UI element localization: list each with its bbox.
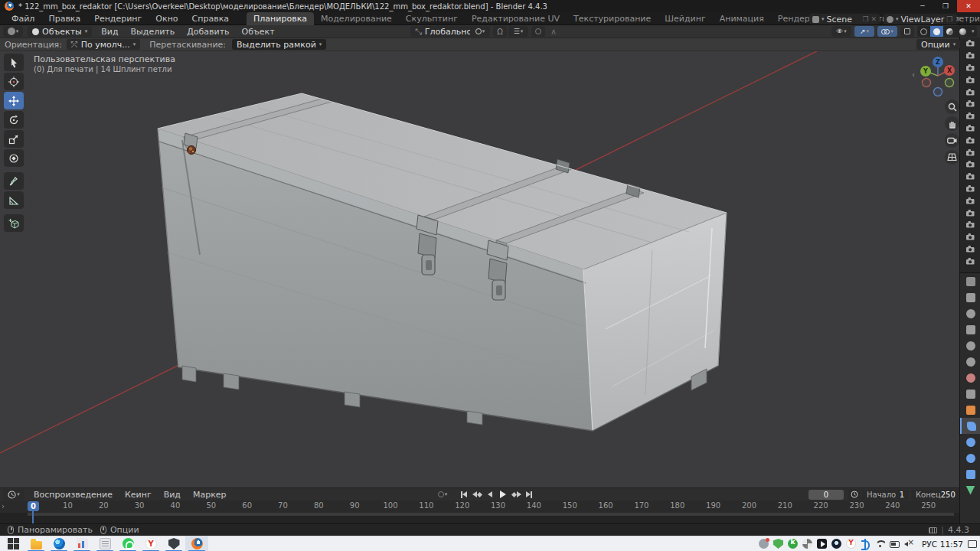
properties-tab-particles[interactable]: [960, 434, 980, 450]
properties-tab-physics[interactable]: [960, 450, 980, 466]
outliner-camera-camera[interactable]: [960, 98, 980, 110]
3d-viewport-canvas[interactable]: [0, 25, 959, 487]
tray-icon-steam[interactable]: [831, 539, 841, 549]
move-tool[interactable]: [4, 92, 24, 109]
tray-icon-wifi[interactable]: [875, 539, 885, 549]
next-keyframe-button[interactable]: [510, 490, 522, 500]
jump-to-end-button[interactable]: [523, 490, 535, 500]
taskbar-icon-blender[interactable]: [185, 536, 208, 551]
viewlayer-selector[interactable]: ▾ ViewLayer ❐ ✕: [884, 14, 957, 24]
language-indicator[interactable]: РУС: [922, 540, 937, 549]
pivot-point-button[interactable]: ▾: [470, 26, 490, 37]
measure-tool[interactable]: [4, 191, 24, 209]
viewport-menu-Объект[interactable]: Объект: [236, 27, 281, 37]
tweak-select-tool[interactable]: [4, 54, 24, 71]
play-button[interactable]: [497, 490, 509, 500]
taskbar-icon-r7-office[interactable]: [70, 536, 93, 551]
outliner-camera-camera[interactable]: [960, 194, 980, 207]
add-cube-tool[interactable]: [4, 214, 24, 232]
menu-Правка[interactable]: Правка: [41, 14, 87, 24]
taskbar-icon-start[interactable]: [2, 536, 24, 551]
scene-selector[interactable]: ▾ Scene ❐ ✕: [809, 14, 880, 24]
gizmos-toggle[interactable]: ↗▾: [854, 26, 874, 37]
transform-tool[interactable]: [4, 149, 24, 167]
auto-keying-toggle[interactable]: ▾: [433, 489, 452, 500]
jump-to-start-button[interactable]: [458, 490, 470, 500]
outliner-camera-camera[interactable]: [960, 243, 980, 256]
workspace-tab-Текстурирование[interactable]: Текстурирование: [567, 12, 658, 25]
blender-app-icon[interactable]: [5, 2, 14, 11]
current-frame-field[interactable]: 0: [808, 490, 844, 500]
workspace-tab-Моделирование[interactable]: Моделирование: [314, 12, 399, 25]
notification-center-icon[interactable]: [968, 540, 977, 548]
timeline-ruler[interactable]: 1020304050607080901001101201301401501601…: [0, 500, 959, 513]
new-scene-icon[interactable]: ❐: [862, 15, 868, 23]
timeline-track[interactable]: [0, 513, 959, 523]
workspace-tab-Планировка[interactable]: Планировка: [247, 12, 314, 25]
properties-tab-editor-type[interactable]: [960, 273, 980, 289]
minimize-button[interactable]: ─: [911, 0, 934, 12]
close-icon[interactable]: ✕: [871, 15, 877, 23]
outliner-camera-camera[interactable]: [960, 255, 980, 267]
timeline-expand-arrow[interactable]: ›: [2, 502, 5, 510]
editor-type-button[interactable]: ▾: [3, 26, 23, 37]
menu-Файл[interactable]: Файл: [5, 14, 41, 24]
properties-tab-constraints[interactable]: [960, 466, 980, 482]
overlays-toggle[interactable]: ▾: [877, 26, 897, 37]
tray-icon-discord[interactable]: [759, 539, 769, 549]
orientation-dropdown[interactable]: ⤱ По умолч...▾: [67, 39, 140, 50]
properties-tab-object[interactable]: [960, 402, 980, 418]
properties-tab-view-layer[interactable]: [960, 337, 980, 354]
taskbar-icon-defender[interactable]: [162, 536, 185, 551]
close-icon[interactable]: ✕: [955, 15, 961, 23]
camera-view-icon[interactable]: [945, 133, 959, 148]
taskbar-icon-notes[interactable]: [93, 536, 116, 551]
properties-tab-data[interactable]: [960, 482, 980, 498]
axis-y-negative-handle[interactable]: [946, 79, 954, 87]
outliner-camera-camera[interactable]: [960, 183, 980, 195]
timeline-menu-Воспроизведение[interactable]: Воспроизведение: [28, 490, 119, 500]
workspace-tab-Редактирование UV[interactable]: Редактирование UV: [465, 12, 567, 25]
chevron-down-icon[interactable]: ▾: [969, 28, 977, 34]
perspective-toggle-icon[interactable]: [945, 150, 959, 165]
annotate-tool[interactable]: [4, 172, 24, 190]
taskbar-icon-yandex-browser[interactable]: [139, 536, 162, 551]
use-preview-range-button[interactable]: [848, 489, 861, 500]
snap-magnet-icon[interactable]: Ω: [493, 26, 507, 37]
timeline-menu-Маркер[interactable]: Маркер: [187, 490, 233, 500]
tray-icon-yandex[interactable]: [846, 539, 856, 549]
tray-icon-battery[interactable]: [890, 540, 900, 548]
clock[interactable]: 11:57: [940, 540, 963, 549]
scale-tool[interactable]: [4, 130, 24, 148]
tool-options-dropdown[interactable]: Опции▾: [916, 39, 960, 50]
shading-material-button[interactable]: [943, 26, 956, 37]
tray-icon-bluetooth[interactable]: [861, 539, 871, 549]
properties-tab-collection[interactable]: [960, 386, 980, 402]
menu-Окно[interactable]: Окно: [149, 14, 185, 24]
viewport-menu-Добавить[interactable]: Добавить: [181, 27, 235, 37]
drag-action-dropdown[interactable]: Выделить рамкой▾: [232, 39, 326, 50]
shading-rendered-button[interactable]: [956, 26, 969, 37]
outliner-camera-camera[interactable]: [960, 231, 980, 243]
properties-tab-modifiers[interactable]: [960, 418, 980, 434]
close-button[interactable]: ✕: [957, 0, 980, 12]
playhead-line[interactable]: [32, 510, 34, 523]
falloff-icon[interactable]: ∧: [547, 26, 560, 37]
viewport-menu-Вид[interactable]: Вид: [95, 27, 124, 37]
prev-keyframe-button[interactable]: [471, 490, 483, 500]
menu-Рендеринг[interactable]: Рендеринг: [87, 14, 149, 24]
outliner-camera-camera[interactable]: [960, 219, 980, 231]
snap-target-button[interactable]: ☰▾: [508, 26, 528, 37]
timeline-editor-type-button[interactable]: ▾: [3, 489, 24, 500]
taskbar-icon-explorer[interactable]: [24, 536, 47, 551]
outliner-camera-camera[interactable]: [960, 158, 980, 171]
timeline-menu-Кеинг[interactable]: Кеинг: [119, 490, 158, 500]
properties-tab-scene[interactable]: [960, 354, 980, 370]
tray-icon-wheel[interactable]: [802, 539, 812, 549]
timeline-menu-Вид[interactable]: Вид: [158, 490, 187, 500]
taskbar-icon-whatsapp[interactable]: [116, 536, 139, 551]
outliner-camera-camera[interactable]: [960, 110, 980, 122]
workspace-tab-Анимация[interactable]: Анимация: [713, 12, 771, 25]
outliner-camera-camera[interactable]: [960, 207, 980, 219]
object-visibility-button[interactable]: 👁▾: [831, 26, 851, 37]
